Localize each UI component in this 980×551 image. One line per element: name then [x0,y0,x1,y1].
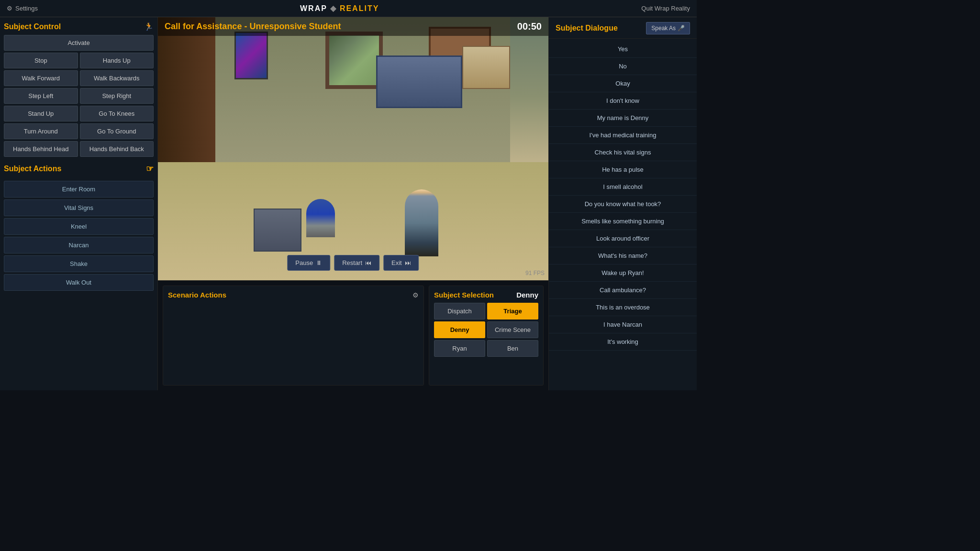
cursor-icon: ☞ [146,164,154,174]
gear-icon: ⚙ [7,5,12,12]
dispatch-button[interactable]: Dispatch [434,303,485,320]
dialogue-header: Subject Dialogue Speak As 🎤 [549,17,697,39]
logo-wrap: WRAP [300,4,327,13]
dialogue-working[interactable]: It's working [549,333,697,351]
dialogue-list: Yes No Okay I don't know My name is Denn… [549,39,697,390]
subject-grid: Dispatch Triage Denny Crime Scene Ryan B… [434,303,538,357]
quit-button[interactable]: Quit Wrap Reality [641,5,690,12]
dialogue-my-name[interactable]: My name is Denny [549,110,697,127]
scene-background [158,17,548,280]
figure-crouching [306,199,335,237]
microphone-icon: 🎤 [678,25,685,32]
step-right-button[interactable]: Step Right [80,88,154,104]
settings-area[interactable]: ⚙ Settings [7,5,38,12]
hands-up-button[interactable]: Hands Up [80,53,154,68]
dialogue-overdose[interactable]: This is an overdose [549,299,697,316]
narcan-button[interactable]: Narcan [4,237,154,253]
movement-buttons: Stop Hands Up Walk Forward Walk Backward… [4,53,154,157]
room-bed [376,55,462,108]
scenario-actions-header: Scenario Actions ⚙ [168,291,419,299]
person-icon: 🏃 [144,22,154,31]
exit-button[interactable]: Exit ⏭ [383,255,419,271]
dialogue-smell-burning[interactable]: Smells like something burning [549,213,697,230]
stop-button[interactable]: Stop [4,53,78,68]
speak-as-button[interactable]: Speak As 🎤 [646,22,690,34]
subject-actions-header: Subject Actions ☞ [4,164,154,174]
step-left-button[interactable]: Step Left [4,88,78,104]
dialogue-have-narcan[interactable]: I have Narcan [549,316,697,333]
pause-icon: ⏸ [316,259,322,266]
activate-button[interactable]: Activate [4,35,154,51]
actions-list: Enter Room Vital Signs Kneel Narcan Shak… [4,181,154,291]
dialogue-took[interactable]: Do you know what he took? [549,196,697,213]
room-dresser [462,46,510,89]
scene-viewport: Call for Assistance - Unresponsive Stude… [158,17,548,280]
dialogue-call-ambulance[interactable]: Call ambulance? [549,282,697,299]
subject-selection-panel: Subject Selection Denny Dispatch Triage … [429,286,544,386]
go-to-ground-button[interactable]: Go To Ground [80,123,154,139]
settings-gear-icon[interactable]: ⚙ [412,291,419,299]
left-panel: Subject Control 🏃 Activate Stop Hands Up… [0,17,158,390]
vital-signs-button[interactable]: Vital Signs [4,199,154,216]
dialogue-title: Subject Dialogue [556,24,618,33]
triage-button[interactable]: Triage [487,303,538,320]
fps-counter: 91 FPS [525,270,545,276]
pause-button[interactable]: Pause ⏸ [287,255,330,271]
center-panel: Call for Assistance - Unresponsive Stude… [158,17,548,390]
crime-scene-button[interactable]: Crime Scene [487,321,538,338]
hands-behind-back-button[interactable]: Hands Behind Back [80,141,154,157]
dialogue-no[interactable]: No [549,58,697,75]
scenario-actions-title: Scenario Actions [168,291,226,299]
enter-room-button[interactable]: Enter Room [4,181,154,198]
subject-selection-header: Subject Selection Denny [434,291,538,299]
subject-control-title: Subject Control [4,22,61,31]
exit-icon: ⏭ [405,259,411,266]
ben-button[interactable]: Ben [487,340,538,357]
main-layout: Subject Control 🏃 Activate Stop Hands Up… [0,17,697,390]
logo: WRAP ◆ REALITY [300,4,379,13]
dialogue-yes[interactable]: Yes [549,41,697,58]
stand-up-button[interactable]: Stand Up [4,106,78,121]
walk-backwards-button[interactable]: Walk Backwards [80,70,154,86]
ryan-button[interactable]: Ryan [434,340,485,357]
turn-around-button[interactable]: Turn Around [4,123,78,139]
dialogue-okay[interactable]: Okay [549,75,697,92]
dialogue-wake-up[interactable]: Wake up Ryan! [549,264,697,282]
subject-selection-current: Denny [516,291,538,299]
subject-control-header: Subject Control 🏃 [4,22,154,31]
scene-timer: 00:50 [517,21,542,32]
dialogue-smell-alcohol[interactable]: I smell alcohol [549,178,697,196]
dialogue-his-name[interactable]: What's his name? [549,247,697,264]
hands-behind-head-button[interactable]: Hands Behind Head [4,141,78,157]
settings-label[interactable]: Settings [15,5,38,12]
subject-selection-title: Subject Selection [434,291,494,299]
restart-icon: ⏮ [365,259,371,266]
room-window [325,32,383,89]
shake-button[interactable]: Shake [4,255,154,272]
dialogue-medical-training[interactable]: I've had medical training [549,127,697,144]
go-to-knees-button[interactable]: Go To Knees [80,106,154,121]
logo-reality: REALITY [340,4,379,13]
dialogue-pulse[interactable]: He has a pulse [549,161,697,178]
dialogue-vital-signs[interactable]: Check his vital signs [549,144,697,161]
subject-actions-title: Subject Actions [4,165,61,173]
dialogue-dont-know[interactable]: I don't know [549,92,697,110]
bottom-center: Scenario Actions ⚙ Subject Selection Den… [158,280,548,390]
room-poster [234,32,268,79]
walk-forward-button[interactable]: Walk Forward [4,70,78,86]
scene-header: Call for Assistance - Unresponsive Stude… [158,17,548,36]
top-bar: ⚙ Settings WRAP ◆ REALITY Quit Wrap Real… [0,0,697,17]
dialogue-look-around[interactable]: Look around officer [549,230,697,247]
walk-out-button[interactable]: Walk Out [4,274,154,291]
scene-title: Call for Assistance - Unresponsive Stude… [165,22,341,32]
figure-standing [405,189,438,256]
kneel-button[interactable]: Kneel [4,218,154,235]
scenario-actions-panel: Scenario Actions ⚙ [163,286,424,386]
restart-button[interactable]: Restart ⏮ [334,255,379,271]
room-chair [254,209,301,252]
scene-controls: Pause ⏸ Restart ⏮ Exit ⏭ [287,255,419,271]
right-panel: Subject Dialogue Speak As 🎤 Yes No Okay … [548,17,697,390]
denny-button[interactable]: Denny [434,321,485,338]
